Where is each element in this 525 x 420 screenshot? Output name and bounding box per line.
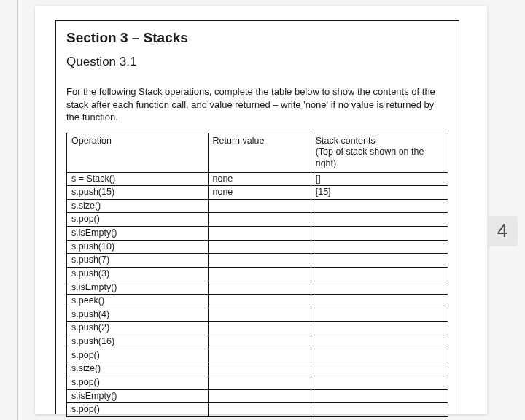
cell-return [208,376,311,389]
cell-stack: [15] [311,186,448,200]
cell-return [208,362,311,376]
cell-return [208,267,311,281]
header-return: Return value [208,133,311,172]
cell-operation: s.isEmpty() [67,389,209,403]
cell-return: none [208,186,311,200]
page-number: 4 [497,219,508,242]
cell-stack [311,335,448,349]
cell-stack [311,227,448,241]
cell-return [208,308,311,322]
cell-operation: s = Stack() [67,172,209,186]
cell-operation: s.pop() [67,403,209,417]
cell-return [208,254,311,268]
cell-operation: s.pop() [67,349,209,362]
cell-stack [311,322,448,335]
table-row: s.pop() [67,213,448,227]
table-row: s.push(2) [67,322,448,335]
content-frame: Section 3 – Stacks Question 3.1 For the … [55,20,459,414]
table-row: s.pop() [67,376,448,389]
table-row: s.push(3) [67,267,448,281]
header-operation: Operation [67,133,209,172]
cell-stack [311,267,448,281]
table-row: s.push(4) [67,308,448,322]
page-number-badge: 4 [487,216,518,246]
cell-return [208,213,311,227]
cell-operation: s.push(10) [67,240,209,254]
cell-return [208,349,311,362]
table-row: s.push(10) [67,240,448,254]
table-row: s.pop() [67,349,448,362]
cell-return [208,335,311,349]
cell-operation: s.peek() [67,295,209,308]
table-row: s.isEmpty() [67,227,448,241]
cell-operation: s.push(7) [67,254,209,268]
cell-stack [311,295,448,308]
cell-stack [311,213,448,227]
table-row: s.peek() [67,295,448,308]
cell-return [208,389,311,403]
question-heading: Question 3.1 [66,55,448,69]
header-stack: Stack contents (Top of stack shown on th… [311,133,448,172]
stack-operations-table: Operation Return value Stack contents (T… [66,133,448,417]
cell-stack [311,349,448,362]
instructions-text: For the following Stack operations, comp… [66,85,448,124]
table-header-row: Operation Return value Stack contents (T… [67,133,448,172]
cell-operation: s.push(4) [67,308,209,322]
cell-return [208,199,311,213]
page-frame-left [18,0,18,420]
table-row: s.size() [67,362,448,376]
document-page: Section 3 – Stacks Question 3.1 For the … [35,6,487,414]
cell-operation: s.pop() [67,213,209,227]
table-row: s.push(15)none[15] [67,186,448,200]
cell-stack: [] [311,172,448,186]
cell-operation: s.push(2) [67,322,209,335]
cell-stack [311,389,448,403]
cell-stack [311,376,448,389]
cell-stack [311,254,448,268]
cell-stack [311,199,448,213]
cell-stack [311,362,448,376]
table-row: s.size() [67,199,448,213]
cell-return [208,240,311,254]
cell-operation: s.push(16) [67,335,209,349]
cell-operation: s.pop() [67,376,209,389]
table-row: s.isEmpty() [67,389,448,403]
cell-operation: s.push(15) [67,186,209,200]
cell-stack [311,403,448,417]
cell-return [208,322,311,335]
cell-stack [311,281,448,295]
cell-operation: s.isEmpty() [67,281,209,295]
cell-stack [311,240,448,254]
cell-return: none [208,172,311,186]
table-row: s.pop() [67,403,448,417]
cell-return [208,295,311,308]
table-row: s.push(16) [67,335,448,349]
table-row: s = Stack()none[] [67,172,448,186]
cell-operation: s.size() [67,199,209,213]
section-heading: Section 3 – Stacks [66,30,448,46]
table-row: s.isEmpty() [67,281,448,295]
cell-operation: s.isEmpty() [67,227,209,241]
cell-return [208,281,311,295]
cell-operation: s.size() [67,362,209,376]
table-row: s.push(7) [67,254,448,268]
cell-return [208,403,311,417]
cell-operation: s.push(3) [67,267,209,281]
cell-stack [311,308,448,322]
cell-return [208,227,311,241]
